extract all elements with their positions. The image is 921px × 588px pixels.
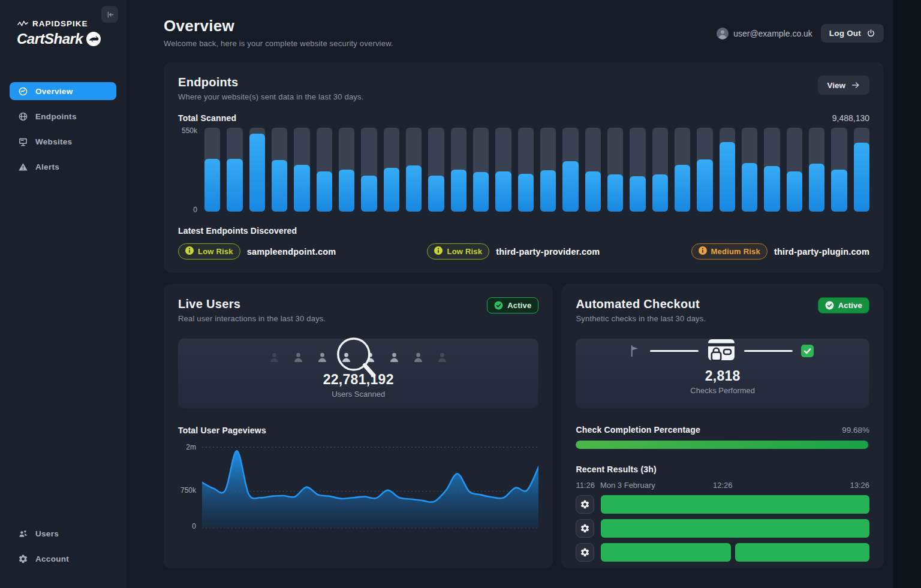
scan-bar[interactable] bbox=[854, 128, 869, 212]
scan-bar[interactable] bbox=[787, 128, 802, 212]
result-success-segment[interactable] bbox=[601, 495, 869, 514]
scan-bar-fill bbox=[317, 171, 332, 212]
result-success-segment[interactable] bbox=[735, 543, 869, 562]
result-row bbox=[576, 495, 869, 514]
sidebar-nav-bottom: UsersAccount bbox=[0, 524, 126, 575]
shark-icon bbox=[86, 31, 101, 47]
sidebar-item-account[interactable]: Account bbox=[10, 550, 116, 568]
endpoint-item: Low Risksampleendpoint.com bbox=[178, 243, 336, 260]
page-subtitle: Welcome back, here is your complete webs… bbox=[164, 39, 393, 48]
scan-bar[interactable] bbox=[317, 128, 332, 212]
scan-bar[interactable] bbox=[720, 128, 735, 212]
timeline-mid-time: 12:26 bbox=[713, 481, 733, 490]
result-segments bbox=[601, 495, 869, 514]
risk-label: Low Risk bbox=[447, 247, 482, 256]
scan-bar[interactable] bbox=[204, 128, 220, 212]
sidebar-item-overview[interactable]: Overview bbox=[10, 82, 116, 100]
scan-bar[interactable] bbox=[227, 128, 242, 212]
result-segments bbox=[601, 543, 869, 562]
view-endpoints-button[interactable]: View bbox=[818, 76, 869, 95]
check-circle-icon bbox=[825, 301, 834, 310]
scan-bar[interactable] bbox=[473, 128, 489, 212]
gear-icon bbox=[580, 499, 590, 509]
scan-bar[interactable] bbox=[630, 128, 645, 212]
avatar bbox=[717, 28, 729, 40]
scan-bar[interactable] bbox=[697, 128, 712, 212]
bar-ytick-min: 0 bbox=[193, 206, 197, 214]
scan-bar[interactable] bbox=[294, 128, 309, 212]
sidebar-collapse-button[interactable] bbox=[101, 6, 118, 23]
scan-bar[interactable] bbox=[764, 128, 779, 212]
scan-bar[interactable] bbox=[652, 128, 668, 212]
scan-bar-fill bbox=[607, 174, 623, 212]
live-users-status-label: Active bbox=[507, 301, 531, 310]
sidebar-item-websites[interactable]: Websites bbox=[10, 132, 116, 150]
scan-bar-fill bbox=[787, 171, 802, 212]
sidebar-item-users[interactable]: Users bbox=[10, 524, 116, 542]
scan-bar-fill bbox=[809, 164, 824, 212]
area-ytick-0: 0 bbox=[192, 522, 196, 530]
brand-name: RAPIDSPIKE bbox=[32, 19, 88, 28]
scan-bar[interactable] bbox=[562, 128, 578, 212]
scan-bar[interactable] bbox=[249, 128, 265, 212]
journey-line bbox=[744, 350, 793, 352]
scan-bar[interactable] bbox=[518, 128, 534, 212]
scan-bar[interactable] bbox=[428, 128, 444, 212]
completion-progress-fill bbox=[576, 441, 868, 449]
endpoints-card: Endpoints Where your website(s) sent dat… bbox=[164, 62, 884, 273]
check-circle-icon bbox=[494, 301, 503, 310]
logout-label: Log Out bbox=[829, 29, 861, 38]
arrow-right-icon bbox=[851, 80, 860, 90]
scan-bar[interactable] bbox=[540, 128, 556, 212]
scan-bar[interactable] bbox=[451, 128, 466, 212]
checkout-status-badge[interactable]: Active bbox=[818, 297, 869, 313]
gauge-icon bbox=[18, 86, 28, 97]
scan-bar[interactable] bbox=[809, 128, 824, 212]
scan-bar-fill bbox=[697, 159, 712, 212]
scan-bar[interactable] bbox=[272, 128, 287, 212]
automated-checkout-card: Automated Checkout Synthetic checks in t… bbox=[561, 284, 884, 568]
recent-results-label: Recent Results (3h) bbox=[576, 465, 869, 474]
sidebar-item-endpoints[interactable]: Endpoints bbox=[10, 107, 116, 125]
result-success-segment[interactable] bbox=[601, 543, 731, 562]
scan-bar[interactable] bbox=[384, 128, 399, 212]
scan-bar-fill bbox=[518, 174, 534, 212]
collapse-sidebar-icon bbox=[106, 10, 115, 19]
scan-bar[interactable] bbox=[495, 128, 511, 212]
risk-badge-low[interactable]: Low Risk bbox=[427, 243, 489, 260]
bar-ytick-max: 550k bbox=[182, 126, 197, 135]
risk-badge-low[interactable]: Low Risk bbox=[178, 243, 240, 260]
sidebar-item-alerts[interactable]: Alerts bbox=[10, 158, 116, 176]
logout-button[interactable]: Log Out bbox=[821, 24, 884, 43]
scan-bar[interactable] bbox=[607, 128, 623, 212]
scan-bar[interactable] bbox=[361, 128, 377, 212]
result-row bbox=[576, 543, 869, 562]
result-settings-button[interactable] bbox=[576, 543, 594, 562]
result-success-segment[interactable] bbox=[601, 519, 869, 538]
result-settings-button[interactable] bbox=[576, 519, 594, 538]
sidebar-item-label: Account bbox=[35, 554, 69, 563]
endpoints-card-title: Endpoints bbox=[178, 76, 364, 89]
risk-badge-medium[interactable]: Medium Risk bbox=[691, 243, 768, 260]
checkout-subtitle: Synthetic checks in the last 30 days. bbox=[576, 314, 706, 323]
users-scanned-value: 22,781,192 bbox=[178, 372, 538, 388]
checkout-title: Automated Checkout bbox=[576, 297, 706, 311]
user-chip: user@example.co.uk bbox=[717, 28, 812, 40]
scan-bar-fill bbox=[384, 168, 399, 212]
scan-bar[interactable] bbox=[339, 128, 354, 212]
scan-bar[interactable] bbox=[406, 128, 422, 212]
scan-bar[interactable] bbox=[585, 128, 601, 212]
users-icon bbox=[18, 529, 28, 539]
sidebar: RAPIDSPIKE CartShark OverviewEndpointsWe… bbox=[0, 0, 126, 588]
person-icon bbox=[339, 351, 353, 364]
risk-label: Medium Risk bbox=[711, 247, 760, 256]
scan-bar[interactable] bbox=[675, 128, 690, 212]
live-users-subtitle: Real user interactions in the last 30 da… bbox=[178, 314, 326, 323]
scan-bar[interactable] bbox=[742, 128, 757, 212]
people-icons-row bbox=[178, 339, 538, 364]
result-row bbox=[576, 519, 869, 538]
result-settings-button[interactable] bbox=[576, 495, 594, 514]
endpoint-item: Low Riskthird-party-provider.com bbox=[427, 243, 600, 260]
scan-bar[interactable] bbox=[831, 128, 847, 212]
live-users-status-badge[interactable]: Active bbox=[487, 297, 538, 313]
